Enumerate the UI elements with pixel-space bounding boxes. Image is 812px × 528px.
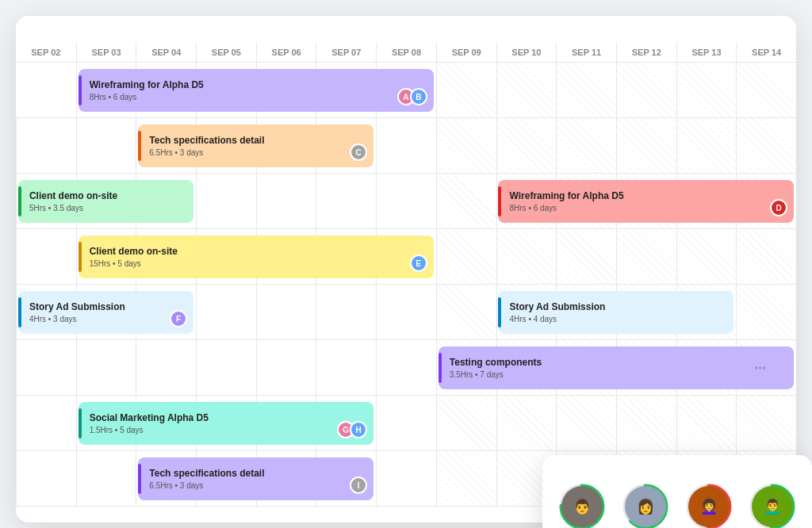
grid-cell-r4-c6 bbox=[376, 285, 436, 340]
col-header-sep-05: SEP 05 bbox=[196, 43, 256, 62]
grid-cell-r3-c10 bbox=[616, 229, 676, 285]
grid-cell-r6-c11 bbox=[676, 396, 737, 451]
col-header-sep-08: SEP 08 bbox=[376, 43, 436, 62]
task-accent-t2 bbox=[138, 131, 141, 161]
grid-cell-r5-c4 bbox=[256, 340, 316, 396]
capacity-items: 👨75%👩62%👩‍🦱50%👨‍🦱50% bbox=[561, 482, 793, 528]
grid-cell-r2-c7 bbox=[436, 174, 496, 229]
col-header-sep-14: SEP 14 bbox=[736, 43, 796, 62]
col-header-sep-04: SEP 04 bbox=[136, 43, 196, 62]
task-accent-t6 bbox=[18, 297, 21, 327]
grid-cell-r6-c6 bbox=[376, 396, 436, 451]
grid-cell-r5-c0 bbox=[16, 340, 76, 396]
task-accent-t4 bbox=[498, 186, 501, 216]
capacity-person-1: 👩62% bbox=[621, 482, 670, 528]
task-accent-t7 bbox=[498, 297, 501, 327]
task-bar-t5[interactable]: Client demo on-site15Hrs • 5 daysE bbox=[79, 235, 434, 278]
grid-cell-r6-c10 bbox=[616, 396, 676, 451]
grid-cell-r3-c7 bbox=[436, 229, 496, 285]
donut-avatar-3: 👨‍🦱 bbox=[752, 486, 793, 527]
task-dots-t8 bbox=[755, 367, 765, 369]
task-meta-t3: 5Hrs • 3.5 days bbox=[29, 204, 186, 212]
task-meta-t8: 3.5Hrs • 7 days bbox=[450, 370, 786, 379]
task-bar-t3[interactable]: Client demo on-site5Hrs • 3.5 days bbox=[18, 180, 193, 223]
col-header-sep-12: SEP 12 bbox=[616, 43, 676, 62]
grid-cell-r3-c11 bbox=[676, 229, 737, 285]
task-title-t4: Wireframing for Alpha D5 bbox=[509, 190, 786, 203]
grid-cell-r1-c12 bbox=[736, 118, 796, 174]
grid-cell-r3-c0 bbox=[16, 229, 76, 285]
col-header-sep-09: SEP 09 bbox=[436, 43, 496, 62]
grid-cell-r1-c10 bbox=[616, 118, 676, 174]
task-avatar-t10: I bbox=[350, 476, 367, 494]
grid-header: SEP 02SEP 03SEP 04SEP 05SEP 06SEP 07SEP … bbox=[16, 43, 796, 63]
grid-cell-r4-c12 bbox=[736, 285, 796, 340]
grid-cell-r7-c7 bbox=[436, 451, 496, 507]
donut-2: 👩‍🦱 bbox=[684, 482, 733, 528]
grid-cell-r3-c9 bbox=[556, 229, 616, 285]
grid-cell-r6-c7 bbox=[436, 396, 496, 451]
page-title bbox=[16, 32, 796, 43]
capacity-person-0: 👨75% bbox=[557, 482, 607, 528]
task-avatar-t1-1: B bbox=[410, 88, 427, 105]
grid-cell-r0-c0 bbox=[16, 63, 76, 118]
col-header-sep-07: SEP 07 bbox=[316, 43, 376, 62]
capacity-card: 👨75%👩62%👩‍🦱50%👨‍🦱50% bbox=[542, 455, 812, 528]
grid-cell-r5-c5 bbox=[316, 340, 376, 396]
task-bar-t1[interactable]: Wireframing for Alpha D58Hrs • 6 daysAB bbox=[79, 69, 434, 112]
task-bar-t7[interactable]: Story Ad Submission4Hrs • 4 days bbox=[498, 291, 733, 334]
task-bar-t10[interactable]: Tech specifications detail6.5Hrs • 3 day… bbox=[138, 457, 373, 500]
grid-cell-r0-c8 bbox=[496, 63, 557, 118]
grid-cell-r2-c5 bbox=[316, 174, 376, 229]
task-meta-t4: 8Hrs • 6 days bbox=[509, 204, 786, 212]
grid-cell-r0-c9 bbox=[556, 63, 616, 118]
col-header-sep-02: SEP 02 bbox=[16, 43, 76, 62]
task-bar-t4[interactable]: Wireframing for Alpha D58Hrs • 6 daysD bbox=[498, 180, 794, 223]
resource-planner: SEP 02SEP 03SEP 04SEP 05SEP 06SEP 07SEP … bbox=[16, 16, 796, 522]
donut-avatar-1: 👩 bbox=[625, 486, 666, 527]
donut-3: 👨‍🦱 bbox=[748, 482, 797, 528]
task-meta-t10: 6.5Hrs • 3 days bbox=[149, 481, 366, 490]
task-bar-t6[interactable]: Story Ad Submission4Hrs • 3 daysF bbox=[18, 291, 193, 334]
donut-avatar-0: 👨 bbox=[561, 486, 603, 527]
grid-cell-r1-c6 bbox=[376, 118, 436, 174]
grid-cell-r0-c10 bbox=[616, 63, 676, 118]
grid-cell-r7-c6 bbox=[376, 451, 436, 507]
task-title-t8: Testing components bbox=[450, 357, 786, 369]
grid-cell-r4-c5 bbox=[316, 285, 376, 340]
grid-cell-r1-c8 bbox=[496, 118, 557, 174]
task-bar-t8[interactable]: Testing components3.5Hrs • 7 days bbox=[439, 346, 794, 389]
task-avatar-t9-1: H bbox=[350, 421, 367, 438]
task-avatar-t4: D bbox=[770, 199, 787, 216]
task-avatar-pair-t1: AB bbox=[397, 88, 427, 105]
col-header-sep-13: SEP 13 bbox=[676, 43, 737, 62]
task-title-t10: Tech specifications detail bbox=[149, 468, 366, 480]
task-meta-t2: 6.5Hrs • 3 days bbox=[149, 148, 366, 157]
task-avatar-pair-t9: GH bbox=[337, 421, 367, 438]
grid-cell-r2-c6 bbox=[376, 174, 436, 229]
task-bar-t2[interactable]: Tech specifications detail6.5Hrs • 3 day… bbox=[138, 124, 373, 167]
task-title-t9: Social Marketing Alpha D5 bbox=[90, 412, 366, 425]
task-bar-t9[interactable]: Social Marketing Alpha D51.5Hrs • 5 days… bbox=[79, 402, 374, 445]
task-title-t1: Wireframing for Alpha D5 bbox=[90, 79, 426, 92]
task-accent-t8 bbox=[439, 353, 442, 383]
task-accent-t9 bbox=[79, 408, 82, 438]
capacity-person-3: 👨‍🦱50% bbox=[748, 482, 797, 528]
grid-cell-r0-c7 bbox=[436, 63, 496, 118]
grid-cell-r2-c3 bbox=[196, 174, 256, 229]
task-meta-t7: 4Hrs • 4 days bbox=[509, 315, 726, 323]
task-accent-t5 bbox=[79, 242, 82, 272]
grid-cell-r3-c12 bbox=[736, 229, 796, 285]
grid-cell-r1-c1 bbox=[76, 118, 136, 174]
grid-cell-r6-c0 bbox=[16, 396, 76, 451]
col-header-sep-10: SEP 10 bbox=[496, 43, 557, 62]
task-accent-t3 bbox=[18, 186, 21, 216]
task-title-t5: Client demo on-site bbox=[90, 246, 426, 258]
grid-cell-r1-c11 bbox=[676, 118, 737, 174]
task-meta-t5: 15Hrs • 5 days bbox=[90, 259, 426, 268]
grid-cell-r6-c12 bbox=[736, 396, 796, 451]
grid-cell-r5-c2 bbox=[136, 340, 196, 396]
grid-cell-r4-c3 bbox=[196, 285, 256, 340]
donut-1: 👩 bbox=[621, 482, 670, 528]
grid-body: Wireframing for Alpha D58Hrs • 6 daysABT… bbox=[16, 63, 796, 507]
